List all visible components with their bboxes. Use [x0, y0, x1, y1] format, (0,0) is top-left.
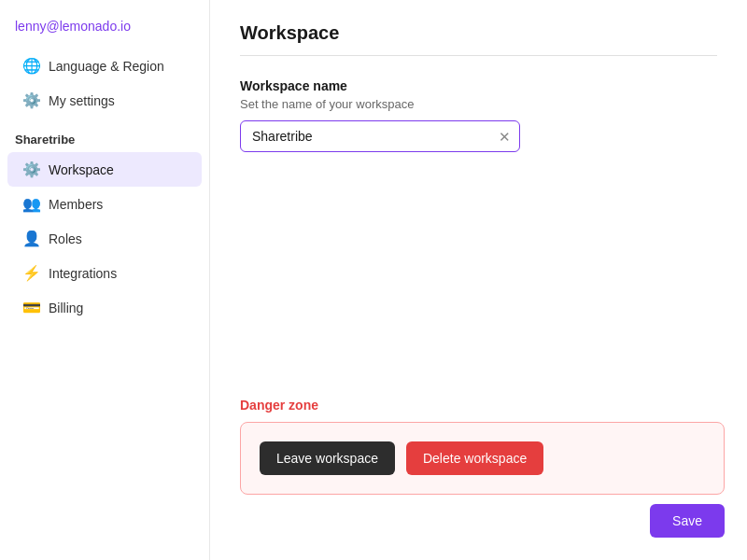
- save-button[interactable]: Save: [650, 504, 725, 538]
- sidebar-item-label: Integrations: [49, 266, 117, 281]
- sidebar: lenny@lemonado.io 🌐 Language & Region ⚙️…: [0, 0, 210, 560]
- workspace-name-hint: Set the name of your workspace: [240, 97, 717, 111]
- globe-icon: 🌐: [22, 57, 39, 75]
- integrations-icon: ⚡: [22, 264, 39, 282]
- sidebar-item-members[interactable]: 👥 Members: [7, 187, 202, 221]
- sidebar-item-label: Members: [49, 197, 103, 212]
- user-email: lenny@lemonado.io: [0, 19, 209, 49]
- danger-zone-label: Danger zone: [240, 398, 725, 413]
- sidebar-item-language-region[interactable]: 🌐 Language & Region: [7, 49, 202, 83]
- delete-workspace-button[interactable]: Delete workspace: [406, 441, 543, 475]
- sidebar-item-label: Roles: [49, 231, 82, 246]
- sidebar-item-billing[interactable]: 💳 Billing: [7, 290, 202, 325]
- sidebar-item-integrations[interactable]: ⚡ Integrations: [7, 256, 202, 290]
- workspace-name-label: Workspace name: [240, 78, 717, 93]
- section-label-sharetribe: Sharetribe: [0, 118, 209, 152]
- members-icon: 👥: [22, 195, 39, 213]
- billing-icon: 💳: [22, 299, 39, 316]
- workspace-gear-icon: ⚙️: [22, 161, 39, 178]
- leave-workspace-button[interactable]: Leave workspace: [260, 441, 395, 475]
- page-title: Workspace: [240, 22, 717, 44]
- main-content: Workspace Workspace name Set the name of…: [210, 0, 747, 560]
- sidebar-item-label: Workspace: [49, 162, 114, 177]
- roles-icon: 👤: [22, 230, 39, 247]
- sidebar-item-label: My settings: [49, 93, 115, 108]
- title-divider: [240, 55, 717, 56]
- danger-zone-box: Leave workspace Delete workspace: [240, 422, 725, 495]
- sidebar-item-workspace[interactable]: ⚙️ Workspace: [7, 152, 202, 187]
- sidebar-item-roles[interactable]: 👤 Roles: [7, 221, 202, 256]
- danger-zone-section: Danger zone Leave workspace Delete works…: [240, 398, 725, 495]
- sidebar-item-label: Language & Region: [49, 59, 164, 74]
- clear-input-button[interactable]: ✕: [499, 130, 511, 144]
- gear-icon: ⚙️: [22, 91, 39, 109]
- workspace-name-input[interactable]: [240, 120, 520, 152]
- sidebar-item-label: Billing: [49, 301, 83, 315]
- sidebar-item-my-settings[interactable]: ⚙️ My settings: [7, 83, 202, 118]
- workspace-name-input-wrapper: ✕: [240, 120, 520, 152]
